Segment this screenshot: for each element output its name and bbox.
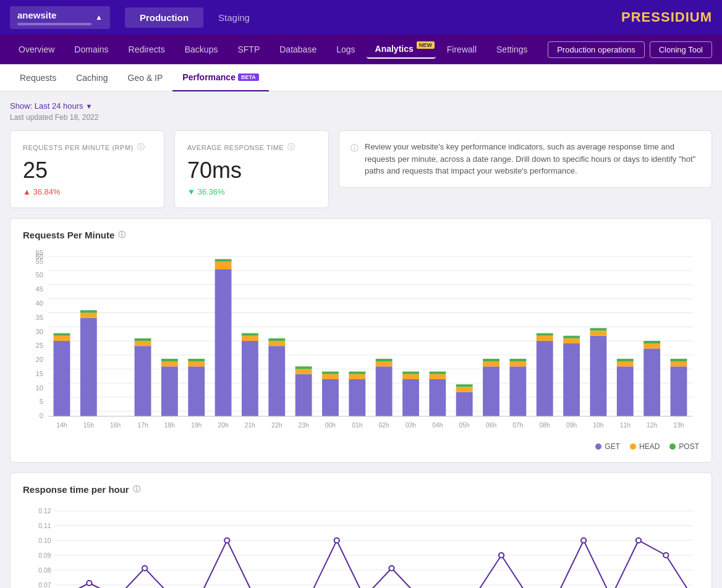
bar-03h-get — [402, 379, 419, 416]
point-20h — [224, 538, 229, 543]
bar-01h-post — [349, 372, 365, 374]
art-info-icon[interactable]: ⓘ — [287, 142, 295, 153]
bar-21h-get — [242, 341, 258, 416]
svg-text:09h: 09h — [566, 422, 577, 429]
date-filter[interactable]: Show: Last 24 hours ▼ — [10, 101, 712, 111]
desc-info-icon: ⓘ — [350, 142, 359, 154]
nav-actions: Production operations Cloning Tool — [548, 41, 712, 58]
bar-19h-get — [188, 366, 205, 416]
subnav-requests[interactable]: Requests — [10, 64, 66, 91]
sub-nav: Requests Caching Geo & IP Performance BE… — [0, 64, 722, 91]
subnav-caching[interactable]: Caching — [66, 64, 117, 91]
bar-10h-head — [590, 330, 607, 335]
nav-redirects[interactable]: Redirects — [120, 41, 174, 58]
rpm-chart-info-icon[interactable]: ⓘ — [118, 230, 125, 240]
point-11h — [636, 538, 641, 543]
subnav-performance[interactable]: Performance BETA — [172, 64, 268, 91]
bar-10h-get — [590, 336, 607, 416]
date-filter-label: Show: Last 24 hours — [10, 101, 83, 111]
nav-backups[interactable]: Backups — [176, 41, 227, 58]
bar-06h-head — [483, 361, 499, 366]
site-arrow: ▲ — [95, 13, 103, 22]
bar-08h-get — [537, 341, 553, 416]
art-change: ▼ 36.36% — [187, 187, 316, 196]
svg-text:0.11: 0.11 — [38, 523, 51, 529]
bar-17h-get — [135, 346, 151, 416]
rpm-chart-title: Requests Per Minute ⓘ — [23, 230, 699, 240]
site-selector[interactable]: anewsite ▲ — [10, 6, 110, 29]
bar-08h-head — [537, 336, 553, 341]
art-label: AVERAGE RESPONSE TIME ⓘ — [187, 142, 316, 153]
bar-03h-post — [402, 372, 419, 374]
bar-05h-post — [456, 384, 473, 387]
point-00h — [334, 538, 339, 543]
bar-21h-head — [242, 336, 258, 341]
svg-text:15: 15 — [35, 370, 43, 377]
bar-19h-head — [188, 361, 205, 366]
subnav-geoip[interactable]: Geo & IP — [118, 64, 173, 91]
svg-text:07h: 07h — [512, 422, 523, 429]
svg-text:03h: 03h — [406, 422, 416, 429]
bar-00h-head — [322, 374, 339, 379]
bar-13h-head — [671, 361, 687, 366]
response-chart-title: Response time per hour ⓘ — [23, 484, 699, 495]
svg-text:02h: 02h — [379, 422, 389, 429]
nav-analytics[interactable]: Analytics NEW — [367, 40, 436, 59]
nav-database[interactable]: Database — [271, 41, 325, 58]
rpm-info-icon[interactable]: ⓘ — [137, 142, 145, 153]
production-operations-button[interactable]: Production operations — [548, 41, 644, 58]
svg-text:00h: 00h — [325, 422, 336, 429]
bar-02h-get — [376, 366, 393, 416]
svg-text:06h: 06h — [486, 422, 496, 429]
svg-text:22h: 22h — [271, 422, 282, 429]
logo-i: I — [671, 9, 675, 25]
bar-17h-head — [135, 341, 151, 346]
legend-get-dot — [595, 443, 601, 450]
svg-text:40: 40 — [35, 300, 43, 307]
legend-post-dot — [669, 443, 676, 450]
nav-overview[interactable]: Overview — [10, 41, 63, 58]
svg-text:0.12: 0.12 — [38, 508, 51, 514]
bar-13h-get — [671, 366, 687, 416]
nav-domains[interactable]: Domains — [66, 41, 117, 58]
legend-get: GET — [595, 442, 620, 451]
cloning-tool-button[interactable]: Cloning Tool — [650, 41, 712, 58]
svg-text:65: 65 — [35, 250, 43, 256]
svg-text:19h: 19h — [191, 422, 202, 429]
env-tab-production[interactable]: Production — [125, 7, 203, 28]
svg-text:08h: 08h — [540, 422, 550, 429]
svg-text:21h: 21h — [245, 422, 255, 429]
svg-text:04h: 04h — [432, 422, 443, 429]
bar-21h-post — [242, 333, 258, 335]
nav-sftp[interactable]: SFTP — [229, 41, 268, 58]
response-chart-info-icon[interactable]: ⓘ — [133, 484, 140, 495]
bar-01h-get — [349, 379, 365, 416]
svg-text:35: 35 — [35, 314, 43, 321]
svg-text:50: 50 — [35, 271, 43, 279]
nav-settings[interactable]: Settings — [488, 41, 537, 58]
nav-logs[interactable]: Logs — [328, 41, 363, 58]
site-bar — [17, 23, 91, 25]
rpm-value: 25 — [23, 158, 151, 183]
bar-20h-head — [215, 262, 232, 269]
bar-03h-head — [402, 374, 419, 379]
bar-06h-get — [483, 366, 499, 416]
kpi-description: ⓘ Review your website's key performance … — [339, 130, 712, 188]
legend-head-label: HEAD — [639, 442, 660, 451]
bar-15h-head — [80, 313, 97, 317]
bar-10h-post — [590, 328, 607, 330]
bar-20h-get — [215, 269, 232, 416]
bar-22h-get — [268, 346, 285, 416]
rpm-change: ▲ 36.84% — [23, 187, 151, 196]
bar-04h-get — [429, 379, 446, 416]
response-chart-section: Response time per hour ⓘ 0.12 0.11 0.10 … — [10, 472, 712, 588]
date-filter-arrow: ▼ — [86, 103, 93, 110]
bar-12h-head — [643, 343, 660, 348]
rpm-bar-chart: 0 5 10 15 20 25 30 35 40 45 50 55 60 65 … — [23, 250, 699, 435]
svg-text:10: 10 — [35, 384, 43, 392]
bar-11h-post — [617, 359, 634, 361]
bar-12h-post — [643, 341, 660, 343]
nav-firewall[interactable]: Firewall — [438, 41, 485, 58]
env-tab-staging[interactable]: Staging — [203, 7, 265, 28]
env-tabs: Production Staging — [125, 7, 265, 28]
